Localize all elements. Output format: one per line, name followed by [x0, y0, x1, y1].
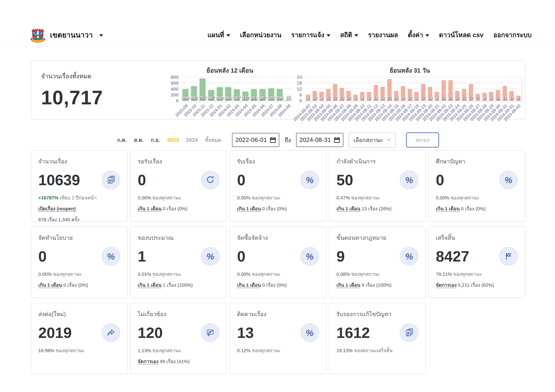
- bar-value-label: 7: [476, 95, 479, 100]
- nav-settings[interactable]: ตั้งค่า: [408, 30, 429, 40]
- link-row: เกิน 1 เดือน 0 เรื่อง (0%): [138, 205, 219, 212]
- stat-row: 19.13% ของสถานะเสร็จสิ้น: [336, 347, 418, 354]
- filter-sep[interactable]: ก.ย.: [151, 136, 160, 144]
- card-link[interactable]: เกิน 1 เดือน: [138, 282, 161, 288]
- axis-tick: [460, 101, 461, 103]
- axis-tick: [241, 101, 241, 103]
- stat-icon-circle: %: [201, 247, 219, 266]
- bar-slot: 122024-08-05: [325, 77, 332, 101]
- card-title: ส่งต่อ(ใหม่): [38, 310, 120, 319]
- nav-results[interactable]: รายงานผล: [368, 30, 398, 40]
- bar-value-label: 9: [361, 95, 363, 100]
- axis-tick: [332, 101, 332, 103]
- filter-2023[interactable]: 2023: [167, 137, 179, 143]
- axis-tick: [284, 101, 284, 103]
- card-link[interactable]: เกิน 1 เดือน: [237, 282, 261, 288]
- stat-card: เสร็จสิ้น 8427 79.21% ของทุกสถานะจัดการเ…: [428, 227, 525, 298]
- axis-tick: [386, 101, 386, 103]
- bar-slot: 212024-08-23: [447, 77, 454, 101]
- axis-tick: [427, 101, 427, 103]
- brand[interactable]: เขตยานนาวา: [30, 27, 103, 43]
- calendar-icon: [270, 137, 276, 143]
- stat-percent: 0.00%: [436, 195, 449, 200]
- refresh-icon: [205, 175, 215, 185]
- card-link[interactable]: เกิน 1 เดือน: [336, 282, 360, 288]
- axis-tick: [474, 101, 475, 103]
- filter-all[interactable]: ทั้งหมด: [205, 136, 221, 144]
- summary-total-value: 10,717: [41, 86, 165, 109]
- card-link[interactable]: เกิน 1 เดือน: [336, 206, 360, 211]
- bar-value-label: 13: [340, 95, 344, 100]
- bar-slot: 7572023-11: [198, 77, 207, 101]
- card-link[interactable]: เกิน 1 เดือน: [237, 206, 261, 211]
- bar-value-label: 9: [490, 95, 492, 100]
- nav-report-list[interactable]: รายการแจ้ง: [291, 30, 330, 40]
- date-to-value: 2024-08-31: [299, 137, 331, 143]
- submit-button[interactable]: ตกลง: [406, 132, 439, 148]
- finish-flag-icon: [504, 252, 513, 261]
- bar-slot: 92024-08-11: [366, 77, 372, 101]
- axis-tick: [508, 101, 508, 103]
- irrelevant-chat-icon: [205, 328, 215, 337]
- stat-suffix: ของทุกสถานะ: [153, 271, 181, 277]
- nav-map[interactable]: แผนที่: [207, 30, 230, 40]
- axis-tick: [292, 101, 293, 103]
- chart-title: ย้อนหลัง 12 เดือน: [165, 65, 295, 75]
- card-link[interactable]: จัดการเอง: [138, 359, 158, 364]
- date-from-input[interactable]: 2022-06-01: [232, 133, 279, 147]
- stat-row: 0.08% ของทุกสถานะ: [336, 271, 418, 278]
- card-link[interactable]: เกิน 1 เดือน: [436, 206, 460, 211]
- nav-select-agency[interactable]: เลือกหน่วยงาน: [240, 30, 281, 40]
- bar-value-label: 396: [276, 95, 283, 100]
- stat-card: ขั้นตอนทางกฎหมาย 9 % 0.08% ของทุกสถานะเก…: [329, 227, 426, 298]
- link-suffix: 0 เรื่อง (0%): [163, 206, 188, 211]
- stat-percent: 0.01%: [138, 271, 151, 277]
- stat-suffix: ของทุกสถานะ: [153, 348, 181, 353]
- bar-value-label: 367: [207, 95, 215, 100]
- nav-logout[interactable]: ออกจากระบบ: [493, 30, 532, 40]
- percent-icon: %: [306, 328, 314, 338]
- stat-card: ส่งต่อ(ใหม่) 2019 18.98% ของทุกสถานะ: [31, 303, 128, 374]
- summary-panel: จำนวนเรื่องทั้งหมด 10,717 ย้อนหลัง 12 เด…: [31, 60, 525, 120]
- nav-stats[interactable]: สถิติ: [340, 30, 358, 40]
- bar-value-label: 15: [401, 95, 405, 100]
- percent-icon: %: [306, 175, 314, 185]
- percent-icon: %: [405, 175, 413, 185]
- link-suffix: 0 เรื่อง (0%): [262, 282, 287, 288]
- stat-percent: 18.98%: [38, 348, 54, 353]
- bar-value-label: 16: [373, 95, 378, 100]
- axis-tick: [447, 101, 447, 103]
- bar-value-label: 10: [509, 95, 514, 100]
- card-link[interactable]: เกิน 1 เดือน: [138, 206, 161, 211]
- stat-row: 0.00% ของทุกสถานะ: [38, 271, 120, 278]
- link-row: เกิน 1 เดือน 13 เรื่อง (26%): [336, 205, 418, 212]
- card-link[interactable]: จัดการเอง: [436, 282, 457, 288]
- filter-2024[interactable]: 2024: [186, 137, 197, 143]
- bar-value-label: 21: [448, 95, 453, 100]
- filter-jul[interactable]: ก.ค.: [117, 136, 127, 144]
- date-to-input[interactable]: 2024-08-31: [296, 133, 343, 147]
- stat-icon-circle: [102, 323, 120, 342]
- axis-tick: [338, 101, 339, 103]
- stat-icon-circle: [499, 247, 518, 266]
- axis-tick: [311, 101, 312, 103]
- card-extra: 678 เรื่อง 1,340 ครั้ง: [38, 216, 120, 223]
- card-value: 2019: [38, 325, 72, 340]
- bar-value-label: 9: [416, 95, 418, 100]
- card-title: รับรองการแก้ไขปัญหา: [336, 310, 418, 319]
- axis-tick: [494, 101, 495, 103]
- bar-value-label: 426: [267, 95, 275, 100]
- axis-tick: [224, 101, 224, 103]
- axis-tick: [433, 101, 434, 103]
- card-link[interactable]: เปิดเรื่อง (reopen): [38, 206, 76, 211]
- status-select[interactable]: เลือกสถานะ: [349, 132, 396, 148]
- y-axis-tick-label: 12: [297, 87, 302, 91]
- nav-download-csv[interactable]: ดาวน์โหลด csv: [439, 30, 483, 40]
- y-axis-tick-label: 0: [176, 98, 179, 103]
- filter-aug[interactable]: ส.ค.: [134, 136, 144, 144]
- stat-percent: 0.00%: [237, 271, 250, 277]
- axis-tick: [267, 101, 267, 103]
- bar-slot: 162024-08-12: [372, 77, 379, 101]
- bar-slot: 4602024-01: [215, 77, 224, 101]
- card-link[interactable]: เกิน 1 เดือน: [38, 282, 62, 288]
